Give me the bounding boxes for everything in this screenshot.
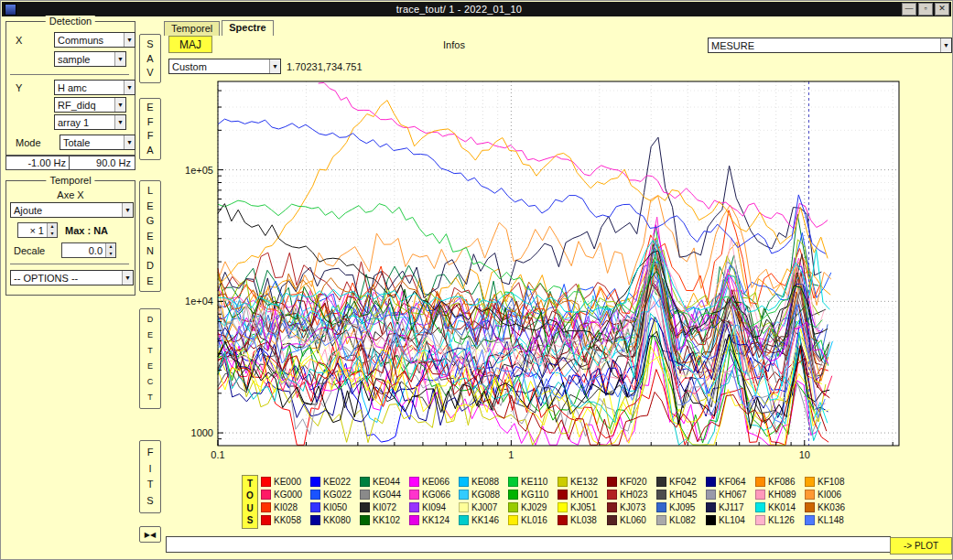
bowtie-icon: ▶◀ (145, 531, 156, 539)
legend-item[interactable]: KF086 (755, 475, 805, 488)
legend-item[interactable]: KE132 (558, 475, 607, 488)
mesure-combobox[interactable]: MESURE ▼ (708, 38, 952, 53)
legend-item[interactable]: KG000 (261, 488, 310, 501)
legend-item[interactable]: KJ051 (558, 501, 607, 513)
legend-item[interactable]: KL038 (558, 513, 607, 526)
arrow-down-icon[interactable]: ▾ (48, 231, 57, 238)
legend-swatch (409, 502, 419, 512)
maj-button[interactable]: MAJ (168, 36, 212, 53)
legend-item[interactable]: KI006 (805, 488, 854, 501)
legend-item[interactable]: KJ117 (706, 501, 755, 513)
options-combobox[interactable]: -- OPTIONS -- ▼ (10, 270, 134, 285)
legend-item[interactable]: KH001 (558, 488, 607, 501)
legend-item[interactable]: KG088 (459, 488, 508, 501)
spinner-arrows[interactable]: ▴▾ (47, 223, 57, 237)
fits-button[interactable]: FITS (139, 440, 161, 513)
legend-item[interactable]: KL126 (755, 513, 805, 526)
effa-button[interactable]: EFFA (139, 98, 161, 160)
legend-swatch (656, 490, 666, 500)
legend-item[interactable]: KG022 (310, 488, 360, 501)
legend-item[interactable]: KL104 (706, 513, 755, 526)
arrow-down-icon[interactable]: ▾ (106, 251, 115, 258)
legend-item[interactable]: KK058 (261, 513, 310, 526)
legend-item[interactable]: KL082 (656, 513, 706, 526)
legend-item[interactable]: KH045 (656, 488, 706, 501)
legend-item[interactable]: KE066 (409, 475, 459, 488)
decale-spinner[interactable]: 0.0 ▴▾ (61, 242, 116, 258)
tab-spectre[interactable]: Spectre (222, 20, 273, 36)
legend-item[interactable]: KE022 (310, 475, 360, 488)
custom-combobox[interactable]: Custom ▼ (168, 59, 281, 74)
command-input[interactable] (166, 536, 891, 553)
close-button[interactable]: ✕ (935, 3, 949, 16)
mode-combobox[interactable]: Totale ▼ (60, 135, 135, 150)
scale-spinner[interactable]: × 1 ▴▾ (17, 222, 58, 238)
spectrum-plot[interactable]: 0.111010001e+041e+05 (177, 78, 918, 466)
plot-button[interactable]: -> PLOT (890, 537, 952, 555)
spinner-arrows[interactable]: ▴▾ (105, 243, 115, 257)
legend-item[interactable]: KG066 (409, 488, 459, 501)
legend-item[interactable]: KF064 (706, 475, 755, 488)
legend-item[interactable]: KL060 (607, 513, 656, 526)
legend-item[interactable]: KJ095 (656, 501, 706, 513)
freq-max-field[interactable]: 90.0 Hz (69, 156, 135, 170)
legend-item[interactable]: KH023 (607, 488, 656, 501)
arrow-up-icon[interactable]: ▴ (106, 243, 115, 251)
freq-min-field[interactable]: -1.00 Hz (5, 156, 70, 170)
legend-item[interactable]: KI094 (409, 501, 459, 513)
legend-item[interactable]: KG044 (360, 488, 409, 501)
legend-label: KL016 (521, 515, 547, 525)
tous-button[interactable]: TOUS (242, 475, 258, 529)
arrow-up-icon[interactable]: ▴ (48, 223, 57, 231)
legend-item[interactable]: KK146 (459, 513, 508, 526)
x-sub-combobox[interactable]: sample ▼ (54, 51, 126, 67)
legend-swatch (607, 515, 617, 525)
y-sub1-combobox[interactable]: RF_didq ▼ (54, 97, 126, 113)
x-source-combobox[interactable]: Communs ▼ (54, 32, 135, 48)
legend-item[interactable]: KF108 (805, 475, 854, 488)
legend-item[interactable]: KK102 (360, 513, 409, 526)
legend-item[interactable]: KK080 (310, 513, 360, 526)
legend-item[interactable]: KJ007 (459, 501, 508, 513)
axe-x-combobox[interactable]: Ajoute ▼ (10, 202, 134, 218)
legend-label: KJ095 (669, 502, 695, 512)
legend-item[interactable]: KE110 (508, 475, 558, 488)
legend-item[interactable]: KI050 (310, 501, 360, 513)
legend-item[interactable]: KJ029 (508, 501, 558, 513)
legend-item[interactable]: KH089 (755, 488, 805, 501)
legend-label: KH045 (669, 490, 698, 500)
minimize-button[interactable]: — (902, 3, 916, 16)
legend-item[interactable]: KI028 (261, 501, 310, 513)
legend-item[interactable]: KJ073 (607, 501, 656, 513)
legend-item[interactable]: KI072 (360, 501, 409, 513)
legend-item[interactable]: KE044 (360, 475, 409, 488)
legend-item[interactable]: KG110 (508, 488, 558, 501)
strip-corner-button[interactable]: ▶◀ (139, 526, 161, 543)
legend-item[interactable]: KF042 (656, 475, 706, 488)
legend-label: KL126 (768, 515, 795, 525)
legend-label: KK080 (323, 515, 351, 525)
x-source-value: Communs (58, 35, 103, 46)
legend-item[interactable]: KK124 (409, 513, 459, 526)
legend-swatch (261, 502, 271, 512)
legend-label: KL038 (570, 515, 597, 525)
legend-item[interactable]: KK036 (805, 501, 854, 513)
mesure-value: MESURE (711, 40, 754, 51)
detection-group: Detection X Communs ▼ sample ▼ Y H amc ▼… (5, 21, 135, 156)
y-sub2-combobox[interactable]: array 1 ▼ (54, 114, 126, 130)
legend-item[interactable]: KE088 (459, 475, 508, 488)
maximize-button[interactable]: ▫ (918, 3, 933, 16)
y-tick-label: 1e+05 (185, 165, 213, 176)
legend-item[interactable]: KH067 (706, 488, 755, 501)
y-source-combobox[interactable]: H amc ▼ (54, 80, 135, 95)
legend-item[interactable]: KE000 (261, 475, 310, 488)
tab-temporel[interactable]: Temporel (164, 21, 220, 36)
legend-item[interactable]: KL016 (508, 513, 558, 526)
legend-label: KJ007 (471, 502, 497, 512)
legend-item[interactable]: KL148 (805, 513, 854, 526)
detect-button[interactable]: DETECT (139, 308, 161, 409)
legende-button[interactable]: LEGENDE (139, 180, 161, 292)
legend-item[interactable]: KF020 (607, 475, 656, 488)
legend-item[interactable]: KK014 (755, 501, 805, 513)
sav-button[interactable]: SAV (139, 34, 161, 83)
